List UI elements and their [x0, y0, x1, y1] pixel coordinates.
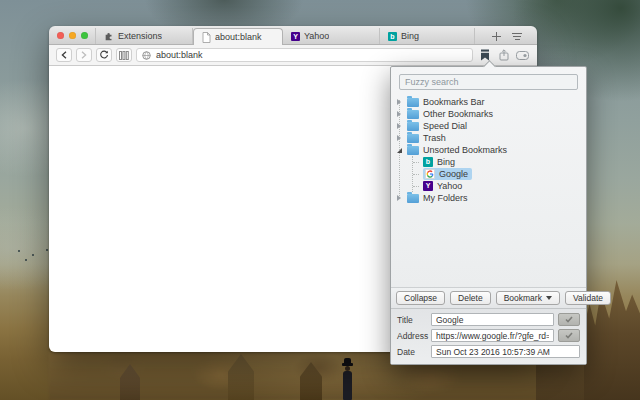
tab-extensions[interactable]: Extensions	[95, 28, 193, 44]
share-icon	[499, 49, 509, 61]
folder-row-unsorted-bookmarks[interactable]: Unsorted Bookmarks	[391, 144, 586, 156]
folder-icon	[407, 98, 419, 107]
title-input[interactable]	[431, 313, 554, 326]
page-icon	[202, 32, 211, 43]
figure-body	[343, 371, 352, 400]
fuzzy-search-input[interactable]	[399, 74, 578, 90]
title-confirm-button[interactable]	[558, 313, 580, 326]
tab-label: Yahoo	[304, 31, 329, 41]
zoom-window-button[interactable]	[81, 32, 88, 39]
wallpaper-birds	[18, 250, 20, 252]
wallpaper-figure	[341, 358, 354, 400]
disclosure-triangle-expanded-icon[interactable]	[395, 146, 403, 154]
unsorted-bookmarks-children: b Bing	[412, 156, 586, 192]
folder-label: My Folders	[423, 193, 468, 203]
bookmark-row-yahoo[interactable]: Y Yahoo	[413, 180, 586, 192]
puzzle-icon	[104, 31, 114, 41]
site-globe-icon	[142, 51, 151, 60]
folder-row-speed-dial[interactable]: Speed Dial	[391, 120, 586, 132]
google-favicon	[425, 169, 435, 179]
window-controls	[49, 26, 95, 44]
disclosure-triangle-icon[interactable]	[395, 194, 403, 202]
tab-yahoo[interactable]: Y Yahoo	[283, 28, 380, 44]
url-text: about:blank	[156, 50, 203, 60]
disclosure-triangle-icon[interactable]	[395, 122, 403, 130]
tab-bing[interactable]: b Bing	[380, 28, 475, 44]
yahoo-favicon: Y	[291, 32, 300, 41]
folder-label: Speed Dial	[423, 121, 467, 131]
tab-label: about:blank	[215, 32, 262, 42]
collapse-button[interactable]: Collapse	[396, 291, 445, 305]
bookmark-label: Google	[439, 169, 468, 179]
capture-icon	[516, 51, 529, 60]
tree-connector	[413, 186, 419, 187]
date-field-label: Date	[397, 347, 427, 357]
reload-button[interactable]	[96, 48, 112, 62]
delete-button[interactable]: Delete	[450, 291, 491, 305]
tab-bar: Extensions about:blank Y Yahoo b Bing	[49, 26, 537, 45]
back-button[interactable]	[56, 48, 72, 62]
folder-row-my-folders[interactable]: My Folders	[391, 192, 586, 204]
dropdown-caret-icon	[546, 296, 552, 300]
folder-label: Unsorted Bookmarks	[423, 145, 507, 155]
folder-label: Bookmarks Bar	[423, 97, 485, 107]
bookmark-actions-bar: Collapse Delete Bookmark Validate	[391, 287, 586, 308]
title-field-label: Title	[397, 315, 427, 325]
bookmark-icon	[480, 49, 490, 61]
close-window-button[interactable]	[57, 32, 64, 39]
bookmark-dropdown-label: Bookmark	[504, 293, 542, 303]
yahoo-favicon: Y	[423, 181, 433, 191]
date-input[interactable]	[431, 345, 580, 358]
disclosure-triangle-icon[interactable]	[395, 98, 403, 106]
forward-button[interactable]	[76, 48, 92, 62]
panel-spacer	[391, 204, 586, 287]
bookmark-row-google-selected[interactable]: Google	[413, 168, 586, 180]
bookmarks-panel: Bookmarks Bar Other Bookmarks Speed Dial…	[390, 66, 587, 365]
minimize-window-button[interactable]	[69, 32, 76, 39]
share-button[interactable]	[496, 48, 511, 62]
bookmarks-tree: Bookmarks Bar Other Bookmarks Speed Dial…	[391, 94, 586, 204]
folder-icon	[407, 194, 419, 203]
disclosure-triangle-icon[interactable]	[395, 134, 403, 142]
tab-menu-button[interactable]	[505, 28, 529, 44]
folder-row-trash[interactable]: Trash	[391, 132, 586, 144]
capture-button[interactable]	[515, 48, 530, 62]
selection-highlight: Google	[423, 168, 472, 180]
address-field[interactable]: about:blank	[136, 48, 473, 62]
bing-favicon: b	[388, 32, 397, 41]
tab-about-blank[interactable]: about:blank	[193, 28, 283, 45]
address-field-label: Address	[397, 331, 427, 341]
desktop-wallpaper: Extensions about:blank Y Yahoo b Bing	[0, 0, 640, 400]
address-input[interactable]	[431, 329, 554, 342]
tab-label: Bing	[401, 31, 419, 41]
plus-icon	[496, 32, 497, 41]
bing-favicon: b	[423, 157, 433, 167]
validate-button[interactable]: Validate	[565, 291, 611, 305]
folder-label: Trash	[423, 133, 446, 143]
tile-pages-button[interactable]	[116, 48, 132, 62]
tab-label: Extensions	[118, 31, 162, 41]
bookmark-dropdown-button[interactable]: Bookmark	[496, 291, 560, 305]
bookmark-edit-form: Title Address Date	[391, 308, 586, 364]
disclosure-triangle-icon[interactable]	[395, 110, 403, 118]
checkmark-icon	[565, 316, 573, 323]
bookmark-row-bing[interactable]: b Bing	[413, 156, 586, 168]
address-toolbar: about:blank	[49, 45, 537, 66]
folder-icon	[407, 146, 419, 155]
bookmark-label: Yahoo	[437, 181, 462, 191]
address-confirm-button[interactable]	[558, 329, 580, 342]
folder-icon	[407, 110, 419, 119]
new-tab-button[interactable]	[487, 28, 505, 44]
folder-row-other-bookmarks[interactable]: Other Bookmarks	[391, 108, 586, 120]
folder-icon	[407, 122, 419, 131]
bookmark-label: Bing	[437, 157, 455, 167]
tree-connector	[413, 174, 419, 175]
tree-connector	[413, 162, 419, 163]
folder-label: Other Bookmarks	[423, 109, 493, 119]
folder-row-bookmarks-bar[interactable]: Bookmarks Bar	[391, 96, 586, 108]
folder-icon	[407, 134, 419, 143]
checkmark-icon	[565, 332, 573, 339]
